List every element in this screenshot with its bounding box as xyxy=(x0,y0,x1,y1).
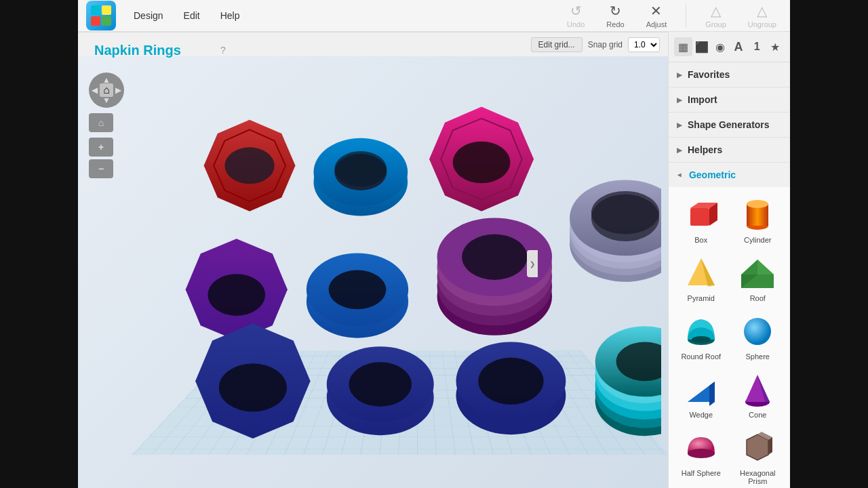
svg-point-16 xyxy=(591,191,659,235)
shape-label-cone: Cone xyxy=(749,411,766,419)
number-icon: 1 xyxy=(754,41,760,53)
shape-cylinder[interactable]: Cylinder xyxy=(732,194,784,247)
rings-svg-container xyxy=(125,59,661,462)
shape-sphere[interactable]: Sphere xyxy=(732,310,784,363)
shape-label-box: Box xyxy=(694,236,707,244)
ungroup-label: Ungroup xyxy=(748,20,776,28)
undo-button[interactable]: ↺ Undo xyxy=(561,0,590,31)
svg-marker-67 xyxy=(768,437,772,455)
redo-label: Redo xyxy=(606,20,624,28)
nav-arrow-right: ▶ xyxy=(115,85,121,95)
nav-arrows: ▲ ▼ ◀ ▶ xyxy=(89,73,124,108)
shape-wedge[interactable]: Wedge xyxy=(675,369,727,422)
shape-pyramid[interactable]: Pyramid xyxy=(675,252,727,305)
toolbar: Design Edit Help ↺ Undo ↻ Redo ✕ Adjust … xyxy=(78,0,790,32)
svg-point-6 xyxy=(334,151,387,186)
shape-icon-roof xyxy=(739,255,776,291)
section-geometric: ▼ Geometric Box xyxy=(669,163,790,488)
home-button[interactable]: ⌂ xyxy=(89,113,113,132)
svg-point-1 xyxy=(224,147,274,184)
section-shape-generators-header[interactable]: ▶ Shape Generators xyxy=(669,113,790,137)
globe-icon: ◉ xyxy=(715,41,725,54)
section-import: ▶ Import xyxy=(669,87,790,113)
svg-point-35 xyxy=(478,358,543,405)
shapes-grid: Box xyxy=(669,187,790,488)
undo-icon: ↺ xyxy=(570,3,582,19)
section-favorites: ▶ Favorites xyxy=(669,62,790,87)
svg-point-63 xyxy=(688,449,715,458)
logo-cell-red xyxy=(91,16,100,26)
shape-icon-cone xyxy=(739,371,776,408)
svg-point-48 xyxy=(747,200,768,208)
section-favorites-header[interactable]: ▶ Favorites xyxy=(669,62,790,87)
menu-design[interactable]: Design xyxy=(124,6,173,25)
shape-icon-hexagonal-prism xyxy=(739,430,776,466)
menu-edit[interactable]: Edit xyxy=(174,6,210,25)
toolbar-actions: ↺ Undo ↻ Redo ✕ Adjust △ Group △ Ungroup xyxy=(561,0,782,31)
shape-label-cylinder: Cylinder xyxy=(744,236,771,244)
svg-point-18 xyxy=(208,274,265,316)
section-shape-generators: ▶ Shape Generators xyxy=(669,113,790,138)
nav-compass[interactable]: ▲ ▼ ◀ ▶ ⌂ xyxy=(89,73,124,108)
shape-label-pyramid: Pyramid xyxy=(688,294,715,302)
redo-icon: ↻ xyxy=(610,3,621,19)
shape-icon-sphere xyxy=(739,313,776,350)
nav-arrow-up: ▲ xyxy=(102,75,111,85)
adjust-label: Adjust xyxy=(646,20,667,28)
zoom-in-button[interactable]: + xyxy=(89,138,113,157)
section-geometric-header[interactable]: ▼ Geometric xyxy=(669,163,790,187)
section-helpers-arrow: ▶ xyxy=(677,146,682,154)
shape-round-roof[interactable]: Round Roof xyxy=(675,310,727,363)
section-shape-generators-arrow: ▶ xyxy=(677,121,682,129)
canvas-area[interactable]: Napkin Rings ? ▲ ▼ ◀ ▶ ⌂ ⌂ + − ❯ xyxy=(78,32,668,488)
svg-marker-52 xyxy=(757,260,774,274)
ungroup-icon: △ xyxy=(757,3,767,19)
shape-label-round-roof: Round Roof xyxy=(681,352,721,361)
sidebar-grid-icon-btn[interactable]: ▦ xyxy=(674,37,692,56)
sidebar-cube-icon-btn[interactable]: ⬛ xyxy=(692,37,711,56)
shape-icon-pyramid xyxy=(683,255,719,291)
group-button[interactable]: △ Group xyxy=(700,0,732,31)
nav-arrow-down: ▼ xyxy=(102,96,111,105)
logo-cell-yellow xyxy=(102,5,111,15)
app-logo[interactable] xyxy=(86,1,116,30)
nav-controls: ▲ ▼ ◀ ▶ ⌂ ⌂ + − xyxy=(89,73,124,181)
right-sidebar: ▦ ⬛ ◉ A 1 ★ xyxy=(668,32,790,488)
sidebar-text-icon-btn[interactable]: A xyxy=(730,37,748,56)
shape-roof[interactable]: Roof xyxy=(732,252,784,305)
svg-point-8 xyxy=(453,142,511,184)
sidebar-toggle[interactable]: ❯ xyxy=(527,250,538,277)
zoom-out-button[interactable]: − xyxy=(89,159,113,178)
section-favorites-arrow: ▶ xyxy=(677,71,682,79)
svg-point-55 xyxy=(692,336,711,343)
adjust-button[interactable]: ✕ Adjust xyxy=(641,0,673,31)
section-helpers-header[interactable]: ▶ Helpers xyxy=(669,138,790,162)
shape-icon-round-roof xyxy=(683,313,719,350)
help-icon[interactable]: ? xyxy=(220,45,226,56)
section-geometric-arrow: ▼ xyxy=(676,171,684,178)
section-geometric-label: Geometric xyxy=(689,169,736,180)
ungroup-button[interactable]: △ Ungroup xyxy=(743,0,782,31)
menu-help[interactable]: Help xyxy=(211,6,250,25)
sidebar-number-icon-btn[interactable]: 1 xyxy=(748,37,766,56)
svg-point-56 xyxy=(744,318,771,345)
scene-3d xyxy=(78,32,668,488)
sidebar-globe-icon-btn[interactable]: ◉ xyxy=(711,37,729,56)
main-content: Design Edit Help ↺ Undo ↻ Redo ✕ Adjust … xyxy=(78,0,790,488)
shape-hexagonal-prism[interactable]: Hexagonal Prism xyxy=(732,427,784,488)
shape-label-hexagonal-prism: Hexagonal Prism xyxy=(735,469,781,485)
section-import-header[interactable]: ▶ Import xyxy=(669,87,790,112)
shape-box[interactable]: Box xyxy=(675,194,727,247)
grid-view-icon: ▦ xyxy=(678,41,688,54)
redo-button[interactable]: ↻ Redo xyxy=(601,0,629,31)
svg-point-32 xyxy=(349,362,411,407)
shape-icon-half-sphere xyxy=(683,430,719,466)
section-import-label: Import xyxy=(688,94,717,105)
shape-icon-cylinder xyxy=(739,197,776,233)
shape-cone[interactable]: Cone xyxy=(732,369,784,422)
nav-arrow-left: ◀ xyxy=(92,85,98,95)
shape-icon-box xyxy=(683,197,719,233)
sidebar-star-icon-btn[interactable]: ★ xyxy=(766,37,785,56)
shape-half-sphere[interactable]: Half Sphere xyxy=(675,427,727,488)
svg-rect-43 xyxy=(690,208,709,226)
